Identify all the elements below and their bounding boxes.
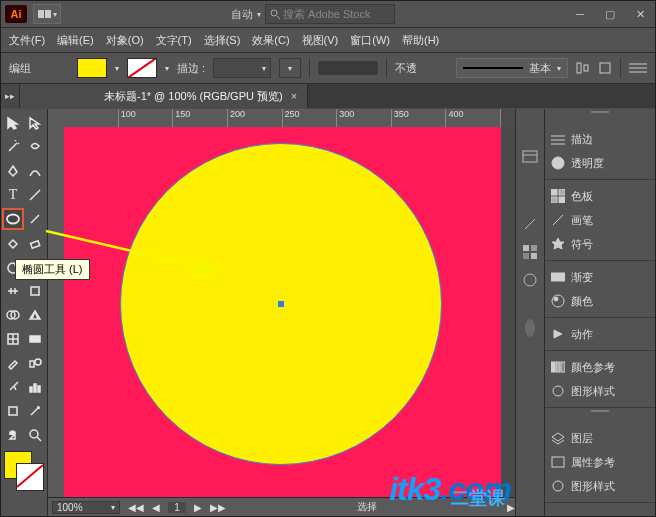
- fill-stroke-swatches[interactable]: [4, 451, 44, 491]
- ellipse-tool[interactable]: [3, 209, 23, 229]
- type-tool[interactable]: T: [3, 185, 23, 205]
- svg-rect-27: [9, 407, 17, 415]
- magic-wand-tool[interactable]: [3, 137, 23, 157]
- mesh-tool[interactable]: [3, 329, 23, 349]
- collapsed-panel-strip: [515, 109, 544, 516]
- menu-effect[interactable]: 效果(C): [252, 33, 289, 48]
- chevron-down-icon[interactable]: ▾: [165, 64, 169, 73]
- maximize-button[interactable]: ▢: [595, 3, 625, 25]
- panel-actions[interactable]: 动作: [545, 322, 655, 346]
- artboard-nav-prev1[interactable]: ◀: [152, 502, 160, 513]
- menu-window[interactable]: 窗口(W): [350, 33, 390, 48]
- brush-definition[interactable]: [318, 61, 378, 75]
- panel-gradient[interactable]: 渐变: [545, 265, 655, 289]
- curvature-tool[interactable]: [25, 161, 45, 181]
- stroke-weight-input[interactable]: ▾: [213, 58, 271, 78]
- shaper-tool[interactable]: [3, 233, 23, 253]
- svg-rect-4: [577, 63, 581, 73]
- transform-icon[interactable]: [598, 61, 612, 75]
- panel-symbols[interactable]: 符号: [545, 232, 655, 256]
- menu-object[interactable]: 对象(O): [106, 33, 144, 48]
- menu-help[interactable]: 帮助(H): [402, 33, 439, 48]
- libraries-icon[interactable]: [521, 147, 539, 165]
- vertical-scrollbar[interactable]: [501, 127, 515, 498]
- svg-rect-25: [34, 384, 36, 392]
- perspective-grid-tool[interactable]: [25, 305, 45, 325]
- menu-type[interactable]: 文字(T): [156, 33, 192, 48]
- object-center-point[interactable]: [278, 301, 284, 307]
- panel-cssprops[interactable]: 属性参考: [545, 450, 655, 474]
- paintbrush-tool[interactable]: [25, 209, 45, 229]
- lasso-tool[interactable]: [25, 137, 45, 157]
- panel-grip-icon[interactable]: [545, 109, 655, 123]
- line-segment-tool[interactable]: [25, 185, 45, 205]
- layout-menu-button[interactable]: ▾: [33, 4, 61, 24]
- artboard-nav-next[interactable]: ▶▶: [210, 502, 226, 513]
- menu-file[interactable]: 文件(F): [9, 33, 45, 48]
- tools-collapse-button[interactable]: ▸▸: [1, 84, 20, 108]
- scrollbar-right-icon[interactable]: ▶: [507, 502, 515, 513]
- artboard-nav-prev[interactable]: ◀◀: [128, 502, 144, 513]
- shape-builder-tool[interactable]: [3, 305, 23, 325]
- panel-layers[interactable]: 图层: [545, 426, 655, 450]
- stroke-swatch[interactable]: [127, 58, 157, 78]
- panel-transparency[interactable]: 透明度: [545, 151, 655, 175]
- stroke-color-swatch[interactable]: [16, 463, 44, 491]
- symbol-sprayer-tool[interactable]: [3, 377, 23, 397]
- chevron-down-icon[interactable]: ▾: [115, 64, 119, 73]
- svg-line-29: [37, 437, 41, 441]
- gradient-tool[interactable]: [25, 329, 45, 349]
- svg-point-38: [525, 319, 535, 337]
- panel-brushes[interactable]: 画笔: [545, 208, 655, 232]
- eyedropper-tool[interactable]: [3, 353, 23, 373]
- tab-close-icon[interactable]: ×: [291, 90, 297, 102]
- svg-rect-45: [551, 197, 557, 203]
- zoom-level-input[interactable]: 100%▾: [52, 501, 120, 514]
- stock-search-input[interactable]: 搜索 Adobe Stock: [265, 4, 395, 24]
- symbols-strip-icon[interactable]: [521, 271, 539, 289]
- panel-colorguide[interactable]: 颜色参考: [545, 355, 655, 379]
- free-transform-tool[interactable]: [25, 281, 45, 301]
- panel-color[interactable]: 颜色: [545, 289, 655, 313]
- direct-selection-tool[interactable]: [25, 113, 45, 133]
- panel-menu-icon[interactable]: [629, 62, 647, 74]
- panel-graphicstyles[interactable]: 图形样式: [545, 379, 655, 403]
- blend-tool[interactable]: [25, 353, 45, 373]
- svg-rect-33: [523, 245, 529, 251]
- workspace-label[interactable]: 自动: [231, 7, 253, 22]
- panel-swatches[interactable]: 色板: [545, 184, 655, 208]
- slice-tool[interactable]: [25, 401, 45, 421]
- panel-stroke[interactable]: 描边: [545, 127, 655, 151]
- artboard-nav-next1[interactable]: ▶: [194, 502, 202, 513]
- menu-view[interactable]: 视图(V): [302, 33, 339, 48]
- menu-edit[interactable]: 编辑(E): [57, 33, 94, 48]
- menu-select[interactable]: 选择(S): [204, 33, 241, 48]
- panel-grip-icon[interactable]: [545, 408, 655, 422]
- eraser-tool[interactable]: [25, 233, 45, 253]
- ruler-mark: 100: [119, 109, 174, 127]
- minimize-button[interactable]: ─: [565, 3, 595, 25]
- stroke-label[interactable]: 描边 :: [177, 61, 205, 76]
- panel-graphicstyles2[interactable]: 图形样式: [545, 474, 655, 498]
- vertical-ruler[interactable]: [48, 109, 65, 498]
- artboard-tool[interactable]: [3, 401, 23, 421]
- document-tab[interactable]: 未标题-1* @ 100% (RGB/GPU 预览) ×: [94, 84, 308, 108]
- pen-tool[interactable]: [3, 161, 23, 181]
- artboard[interactable]: [64, 127, 501, 498]
- hand-tool[interactable]: [3, 425, 23, 445]
- horizontal-ruler[interactable]: 100 150 200 250 300 350 400: [64, 109, 501, 128]
- graphic-style-profile[interactable]: 基本 ▾: [456, 58, 568, 78]
- align-icon[interactable]: [576, 61, 590, 75]
- brushes-icon[interactable]: [521, 215, 539, 233]
- fill-swatch[interactable]: [77, 58, 107, 78]
- swatches-icon[interactable]: [521, 243, 539, 261]
- selection-tool[interactable]: [3, 113, 23, 133]
- width-tool[interactable]: [3, 281, 23, 301]
- opacity-label[interactable]: 不透: [395, 61, 417, 76]
- close-button[interactable]: ✕: [625, 3, 655, 25]
- document-tab-title: 未标题-1* @ 100% (RGB/GPU 预览): [104, 89, 283, 104]
- column-graph-tool[interactable]: [25, 377, 45, 397]
- variable-width-profile[interactable]: ▾: [279, 58, 301, 78]
- zoom-tool[interactable]: [25, 425, 45, 445]
- app-logo-icon[interactable]: Ai: [5, 5, 27, 23]
